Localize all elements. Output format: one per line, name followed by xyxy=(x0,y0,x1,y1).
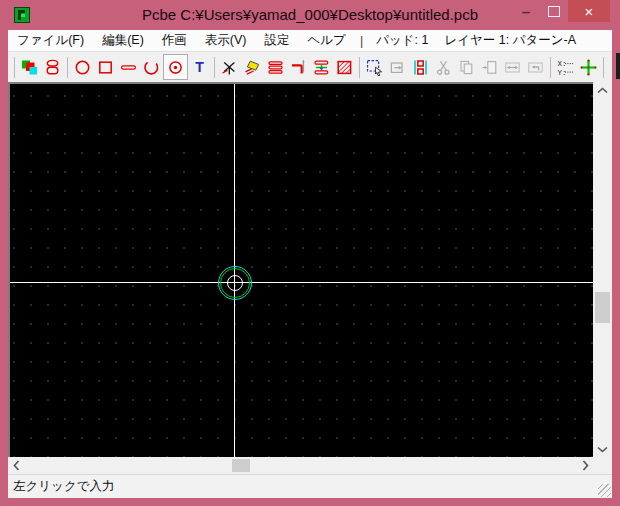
toolbar: T xyxy=(8,52,612,82)
draw-text-tool[interactable]: T xyxy=(188,54,211,80)
select-icon xyxy=(366,59,383,76)
layers-icon xyxy=(21,59,38,76)
pad-indicator: パッド: 1 xyxy=(368,32,436,49)
hatch-fill-icon xyxy=(336,59,353,76)
menu-edit[interactable]: 編集(E) xyxy=(93,32,153,49)
line-icon xyxy=(120,59,137,76)
cut-tool xyxy=(432,54,455,80)
text-icon: T xyxy=(191,59,208,76)
break-line-tool[interactable] xyxy=(218,54,241,80)
flip-layer-tool[interactable] xyxy=(409,54,432,80)
circle-icon xyxy=(74,59,91,76)
chevron-right-icon xyxy=(582,460,589,471)
vertical-scrollbar[interactable] xyxy=(593,82,612,457)
minimize-button[interactable]: – xyxy=(512,0,540,22)
clipped-edge-artifact xyxy=(616,53,620,79)
menu-file[interactable]: ファイル(F) xyxy=(8,32,93,49)
eraser-tool[interactable] xyxy=(241,54,264,80)
pad-stack-icon xyxy=(44,59,61,76)
toolbar-separator xyxy=(603,57,604,78)
chevron-down-icon xyxy=(597,446,608,453)
cut-icon xyxy=(435,59,452,76)
resize-grip-icon[interactable] xyxy=(598,484,611,497)
pad-stack-tool[interactable] xyxy=(41,54,64,80)
horizontal-scrollbar-thumb[interactable] xyxy=(232,459,250,472)
dot-grid[interactable] xyxy=(10,84,593,457)
draw-circle-tool[interactable] xyxy=(71,54,94,80)
multi-line-tool[interactable] xyxy=(264,54,287,80)
menu-help[interactable]: ヘルプ xyxy=(298,32,354,49)
scroll-left-button[interactable] xyxy=(8,457,24,474)
layers-tool[interactable] xyxy=(18,54,41,80)
scroll-up-button[interactable] xyxy=(593,82,612,98)
toolbar-separator xyxy=(359,57,360,78)
paste-tool xyxy=(478,54,501,80)
xy-coordinate-icon: X: Y: xyxy=(557,59,574,76)
toolbar-separator xyxy=(214,57,215,78)
line-end-tool[interactable] xyxy=(287,54,310,80)
move-tool xyxy=(386,54,409,80)
scroll-down-button[interactable] xyxy=(593,441,612,457)
canvas-area[interactable] xyxy=(8,82,593,457)
rectangle-icon xyxy=(97,59,114,76)
copy-icon xyxy=(458,59,475,76)
undo-tool xyxy=(524,54,547,80)
toolbar-separator xyxy=(550,57,551,78)
menubar: ファイル(F) 編集(E) 作画 表示(V) 設定 ヘルプ | パッド: 1 レ… xyxy=(8,30,612,52)
via-tool[interactable] xyxy=(310,54,333,80)
toolbar-separator xyxy=(14,57,15,78)
origin-grid-tool[interactable] xyxy=(577,54,600,80)
menu-view[interactable]: 表示(V) xyxy=(196,32,256,49)
origin-grid-icon xyxy=(580,59,597,76)
menu-settings[interactable]: 設定 xyxy=(255,32,298,49)
paste-icon xyxy=(481,59,498,76)
pcbe-window: Pcbe C:¥Users¥yamad_000¥Desktop¥untitled… xyxy=(0,0,620,506)
break-line-icon xyxy=(221,59,238,76)
crosshair-horizontal-line xyxy=(10,282,593,283)
scroll-right-button[interactable] xyxy=(577,457,593,474)
menubar-divider: | xyxy=(355,34,368,48)
undo-icon xyxy=(527,59,544,76)
stretch-icon xyxy=(504,59,521,76)
vertical-scrollbar-thumb[interactable] xyxy=(595,292,610,323)
copy-tool xyxy=(455,54,478,80)
select-tool[interactable] xyxy=(363,54,386,80)
chevron-left-icon xyxy=(13,460,20,471)
statusbar: 左クリックで入力 xyxy=(8,474,612,498)
scrollbar-corner xyxy=(593,457,612,474)
arc-icon xyxy=(143,59,160,76)
draw-rectangle-tool[interactable] xyxy=(94,54,117,80)
menu-draw[interactable]: 作画 xyxy=(153,32,196,49)
pad-preview-center-circle xyxy=(227,275,243,291)
stretch-tool xyxy=(501,54,524,80)
titlebar[interactable]: Pcbe C:¥Users¥yamad_000¥Desktop¥untitled… xyxy=(0,0,620,30)
eraser-icon xyxy=(244,59,261,76)
status-message: 左クリックで入力 xyxy=(13,478,114,495)
draw-line-tool[interactable] xyxy=(117,54,140,80)
maximize-button[interactable] xyxy=(540,0,568,22)
close-button[interactable]: × xyxy=(568,0,610,22)
chevron-up-icon xyxy=(597,87,608,94)
hatch-fill-tool[interactable] xyxy=(333,54,356,80)
flip-layer-icon xyxy=(412,59,429,76)
pad-icon xyxy=(167,59,184,76)
draw-pad-tool[interactable] xyxy=(163,54,188,80)
svg-text:T: T xyxy=(195,59,204,75)
via-icon xyxy=(313,59,330,76)
multi-line-icon xyxy=(267,59,284,76)
draw-arc-tool[interactable] xyxy=(140,54,163,80)
xy-coordinate-tool[interactable]: X: Y: xyxy=(554,54,577,80)
maximize-icon xyxy=(548,6,560,17)
move-icon xyxy=(389,59,406,76)
toolbar-separator xyxy=(67,57,68,78)
horizontal-scrollbar[interactable] xyxy=(8,457,593,474)
layer-indicator: レイヤー 1: パターン-A xyxy=(436,32,584,49)
line-end-icon xyxy=(290,59,307,76)
